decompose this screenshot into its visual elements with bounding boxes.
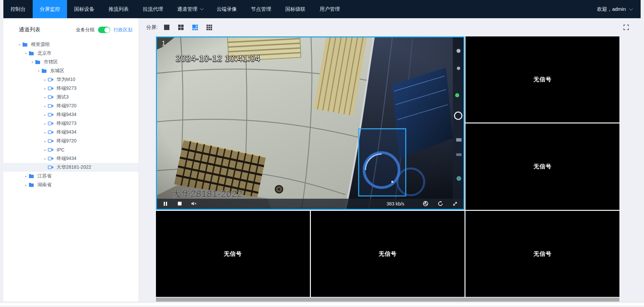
nav-tab[interactable]: 拉流代理 (136, 0, 170, 18)
chevron-down-icon (200, 6, 203, 10)
tree-expander-icon[interactable] (42, 139, 48, 143)
tree-node-label: 终端9434 (57, 129, 76, 135)
nav-tab[interactable]: 推流列表 (101, 0, 136, 18)
tree-node[interactable]: 市辖区 (3, 58, 138, 66)
tree-expander-icon[interactable] (42, 122, 48, 125)
tree-node[interactable]: 测试3 (3, 93, 138, 102)
nav-tab-label: 推流列表 (108, 6, 129, 12)
tree-node[interactable]: 终端9720 (3, 137, 138, 145)
grid-horizontal-scrollbar[interactable] (156, 298, 619, 302)
tree-expander-icon[interactable] (42, 87, 48, 90)
nav-tab-label: 控制台 (10, 6, 26, 12)
tree-node-label: 终端9720 (57, 103, 76, 109)
mute-icon[interactable] (191, 201, 197, 206)
tree-expander-icon[interactable] (42, 104, 48, 108)
nav-tab[interactable]: 用户管理 (313, 0, 347, 18)
tree-node-label: 终端9720 (57, 138, 76, 144)
tree-node-label: IPC (57, 147, 64, 152)
split-6-icon-active[interactable] (191, 24, 199, 31)
nav-tab[interactable]: 国标级联 (278, 0, 313, 18)
video-cell-no-signal[interactable]: 无信号 (465, 123, 619, 210)
pause-icon[interactable] (162, 201, 168, 206)
expand-icon[interactable] (452, 201, 458, 206)
business-group-label: 业务分组 (76, 27, 95, 33)
page-scrollbar[interactable] (0, 302, 644, 307)
split-label: 分屏: (146, 24, 158, 31)
video-status-controls: 383 kb/s (386, 201, 458, 206)
no-signal-label: 无信号 (534, 76, 552, 83)
channel-sidebar: 通道列表 业务分组 行政区划 (3, 18, 139, 302)
tree-node-label: 终端9434 (57, 112, 76, 118)
nav-tab[interactable]: 节点管理 (244, 0, 278, 18)
tree-node[interactable]: 终端9273 (3, 84, 138, 93)
video-grid: 1 2024-10-12 10:41:04 大华28181-2022 (156, 36, 619, 297)
tree-node[interactable]: 终端9434 (3, 154, 138, 163)
video-cell-no-signal[interactable]: 无信号 (311, 211, 465, 297)
tree-expander-icon[interactable] (42, 113, 48, 117)
tree-node-label: 东城区 (50, 68, 64, 74)
tree-expander-icon[interactable] (42, 131, 48, 134)
nav-tab-label: 节点管理 (251, 6, 271, 12)
tree-expander-icon[interactable] (23, 183, 29, 187)
folder-icon (22, 42, 29, 47)
tree-node[interactable]: 北京市 (3, 49, 138, 58)
tree-expander-icon[interactable] (36, 69, 41, 73)
split-9-icon[interactable] (205, 24, 213, 31)
tree-expander-icon[interactable] (23, 174, 29, 178)
tree-node[interactable]: 终端9720 (3, 102, 138, 110)
tree-expander-icon[interactable] (23, 52, 29, 55)
stop-icon[interactable] (176, 201, 183, 206)
nav-tabs: 控制台 分屏监控 国标设备 推流列表 拉流代理 通道管理 (3, 0, 347, 18)
nav-tab[interactable]: 控制台 (3, 0, 33, 18)
video-cell-no-signal[interactable]: 无信号 (465, 36, 619, 122)
tree-node[interactable]: 终端9273 (3, 119, 138, 128)
nav-tab-label: 用户管理 (320, 6, 340, 12)
group-mode-toggle[interactable] (98, 27, 110, 33)
refresh-icon[interactable] (437, 201, 443, 206)
sidebar-title: 通道列表 (19, 26, 40, 33)
tree-node[interactable]: 湖南省 (3, 180, 138, 189)
video-cell-live[interactable]: 1 2024-10-12 10:41:04 大华28181-2022 (156, 36, 464, 210)
fullscreen-icon[interactable] (623, 24, 629, 30)
nav-tab[interactable]: 通道管理 (170, 0, 210, 18)
tree-node[interactable]: 江苏省 (3, 172, 138, 180)
split-1-icon[interactable] (163, 24, 170, 31)
tree-node-label: 华为M10 (57, 77, 75, 83)
snapshot-icon[interactable] (422, 201, 428, 206)
video-cell-no-signal[interactable]: 无信号 (465, 211, 619, 297)
tree-node[interactable]: 东城区 (3, 66, 138, 75)
camera-icon (48, 121, 55, 126)
nav-tab-label: 国标设备 (74, 6, 94, 12)
nav-tab[interactable]: 云端录像 (210, 0, 244, 18)
split-toolbar: 分屏: (139, 18, 641, 36)
nav-tab[interactable]: 国标设备 (67, 0, 101, 18)
tree-node-label: 市辖区 (44, 59, 58, 65)
nav-tab[interactable]: 分屏监控 (33, 0, 67, 18)
chevron-down-icon (629, 7, 633, 10)
tree-expander-icon[interactable] (42, 148, 48, 152)
tree-expander-icon[interactable] (30, 60, 35, 64)
nav-tab-label: 拉流代理 (143, 6, 163, 12)
video-timestamp: 2024-10-12 10:41:04 (176, 54, 260, 63)
split-4-icon[interactable] (177, 24, 185, 31)
user-menu[interactable]: 欢迎，admin (597, 0, 641, 18)
folder-icon (29, 51, 35, 56)
tree-node[interactable]: IPC (3, 145, 138, 154)
tree-expander-icon[interactable] (42, 78, 48, 82)
video-cell-no-signal[interactable]: 无信号 (156, 211, 310, 297)
tree-expander-icon[interactable] (42, 95, 48, 99)
tree-node[interactable]: 终端9434 (3, 128, 138, 137)
welcome-text: 欢迎，admin (597, 6, 626, 12)
video-camera-name: 大华28181-2022 (172, 188, 243, 200)
tree-node[interactable]: 大华28181-2022 (3, 163, 138, 172)
folder-icon (29, 183, 35, 187)
camera-icon (48, 130, 55, 135)
tree-expander-icon[interactable] (17, 43, 22, 47)
tree-expander-icon[interactable] (42, 157, 48, 161)
tree-node[interactable]: 根资源组 (3, 40, 138, 49)
tree-node[interactable]: 终端9434 (3, 110, 138, 119)
region-mode-label: 行政区划 (114, 27, 132, 33)
tree-node-label: 江苏省 (37, 173, 52, 179)
tree-node[interactable]: 华为M10 (3, 75, 138, 84)
sidebar-header: 通道列表 业务分组 行政区划 (3, 18, 138, 39)
